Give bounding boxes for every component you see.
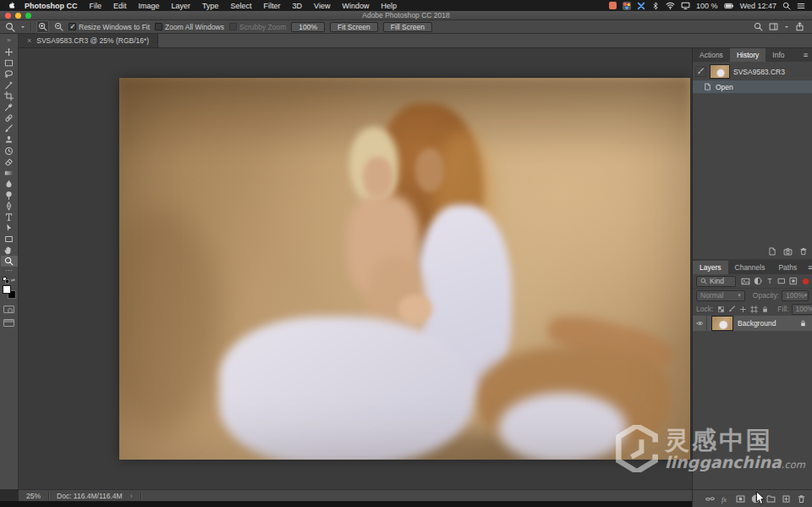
history-brush-source-box[interactable] [695, 66, 706, 77]
menu-view[interactable]: View [308, 2, 336, 10]
history-state-open[interactable]: Open [693, 80, 812, 93]
zoom-in-mode-button[interactable] [36, 20, 49, 33]
lock-artboard-icon[interactable] [750, 306, 758, 313]
edit-toolbar-ellipsis[interactable]: ⋯ [5, 267, 13, 274]
panel-menu-icon[interactable]: ≡ [799, 48, 812, 62]
blur-tool[interactable] [1, 179, 18, 190]
tab-history[interactable]: History [730, 48, 765, 62]
tab-info[interactable]: Info [765, 48, 791, 62]
menu-filter[interactable]: Filter [258, 2, 287, 10]
filter-type-layers-icon[interactable]: T [765, 277, 774, 285]
notification-center-icon[interactable] [797, 2, 805, 10]
pen-tool[interactable] [1, 201, 18, 212]
history-source-row[interactable]: SVSA9583.CR3 [693, 62, 812, 80]
search-icon[interactable] [754, 22, 763, 31]
add-layer-mask-icon[interactable] [736, 494, 745, 504]
filter-adjustment-layers-icon[interactable] [754, 277, 762, 285]
delete-layer-icon[interactable] [797, 494, 806, 504]
menu-window[interactable]: Window [336, 2, 375, 10]
apple-menu-icon[interactable] [7, 1, 15, 10]
fill-dropdown[interactable]: 100% ▾ [792, 304, 812, 315]
crop-tool[interactable] [1, 91, 18, 102]
new-snapshot-icon[interactable] [783, 247, 793, 256]
layer-row-background[interactable]: Background [693, 316, 812, 331]
menu-3d[interactable]: 3D [287, 2, 309, 10]
screen-mode-button[interactable] [3, 319, 14, 327]
status-expander-icon[interactable]: › [130, 492, 133, 500]
layer-style-fx-icon[interactable]: fx [721, 494, 730, 504]
rectangle-shape-tool[interactable] [1, 234, 18, 245]
wifi-icon[interactable] [666, 1, 675, 10]
tab-channels[interactable]: Channels [728, 261, 772, 274]
filter-pixel-layers-icon[interactable] [741, 277, 750, 286]
gradient-tool[interactable] [1, 168, 18, 179]
blend-mode-dropdown[interactable]: Normal ▾ [696, 290, 745, 301]
eraser-tool[interactable] [1, 157, 18, 168]
layer-thumbnail[interactable] [711, 316, 733, 331]
new-adjustment-layer-icon[interactable] [751, 494, 760, 504]
dodge-tool[interactable] [1, 190, 18, 201]
menu-type[interactable]: Type [196, 2, 225, 10]
new-document-from-state-icon[interactable] [768, 247, 776, 256]
spotlight-icon[interactable] [782, 2, 791, 10]
history-brush-tool[interactable] [1, 146, 18, 157]
document-tab[interactable]: × SVSA9583.CR3 @ 25% (RGB/16*) [19, 34, 158, 47]
tab-paths[interactable]: Paths [771, 261, 804, 274]
menu-edit[interactable]: Edit [107, 2, 133, 10]
filter-kind-dropdown[interactable]: Kind [696, 276, 736, 287]
share-icon[interactable] [795, 22, 804, 31]
menu-help[interactable]: Help [375, 2, 403, 10]
link-layers-icon[interactable] [705, 494, 715, 504]
eyedropper-tool[interactable] [1, 102, 18, 113]
brush-tool[interactable] [1, 124, 18, 135]
new-group-icon[interactable] [766, 494, 776, 504]
swap-colors-mini[interactable]: ⇄ [3, 277, 15, 284]
close-tab-icon[interactable]: × [27, 36, 31, 45]
menu-file[interactable]: File [84, 2, 108, 10]
rectangular-marquee-tool[interactable] [1, 58, 18, 69]
menu-clock[interactable]: Wed 12:47 [740, 2, 776, 10]
clone-stamp-tool[interactable] [1, 135, 18, 146]
menu-photoshop-cc[interactable]: Photoshop CC [19, 2, 84, 10]
zoom-tool[interactable] [1, 256, 18, 267]
zoom-tool-preset-icon[interactable] [5, 22, 15, 32]
fill-screen-button[interactable]: Fill Screen [383, 22, 432, 32]
fit-screen-button[interactable]: Fit Screen [330, 22, 378, 32]
quick-mask-button[interactable] [3, 306, 14, 313]
resize-windows-checkbox[interactable]: Resize Windows to Fit [69, 23, 150, 31]
lasso-tool[interactable] [1, 69, 18, 80]
bluetooth-icon[interactable] [651, 2, 660, 10]
quick-selection-tool[interactable] [1, 80, 18, 91]
type-tool[interactable] [1, 212, 18, 223]
workspace-switcher-icon[interactable] [769, 22, 778, 31]
history-snapshot-thumbnail[interactable] [710, 64, 730, 79]
toolbar-collapse-chevrons[interactable]: » [7, 34, 10, 47]
opacity-dropdown[interactable]: 100% ▾ [782, 290, 809, 301]
filter-shape-layers-icon[interactable] [777, 277, 786, 285]
zoom-100-button[interactable]: 100% [291, 22, 325, 32]
menu-image[interactable]: Image [133, 2, 166, 10]
lock-all-icon[interactable] [761, 306, 769, 313]
zoom-level-field[interactable]: 25% [26, 492, 41, 500]
tool-preset-caret-icon[interactable] [20, 25, 25, 30]
panel-menu-icon[interactable]: ≡ [804, 261, 812, 274]
hand-tool[interactable] [1, 245, 18, 256]
filter-toggle[interactable] [803, 278, 809, 284]
color-app-icon[interactable] [623, 2, 631, 10]
move-tool[interactable] [1, 47, 18, 58]
workspace-caret-icon[interactable] [784, 25, 789, 30]
canvas-photo[interactable] [119, 78, 690, 460]
lock-transparency-icon[interactable] [717, 306, 725, 313]
zoom-all-windows-checkbox[interactable]: Zoom All Windows [155, 23, 224, 31]
display-mirroring-icon[interactable] [681, 1, 690, 10]
menu-layer[interactable]: Layer [166, 2, 197, 10]
lock-position-icon[interactable] [739, 306, 747, 313]
path-selection-tool[interactable] [1, 223, 18, 234]
filter-smart-objects-icon[interactable] [789, 277, 798, 285]
delete-state-icon[interactable] [799, 247, 808, 256]
lock-pixels-icon[interactable] [728, 306, 736, 313]
spot-healing-brush-tool[interactable] [1, 113, 18, 124]
new-layer-icon[interactable] [782, 494, 791, 504]
zoom-out-mode-button[interactable] [54, 22, 63, 31]
tab-layers[interactable]: Layers [693, 261, 728, 274]
